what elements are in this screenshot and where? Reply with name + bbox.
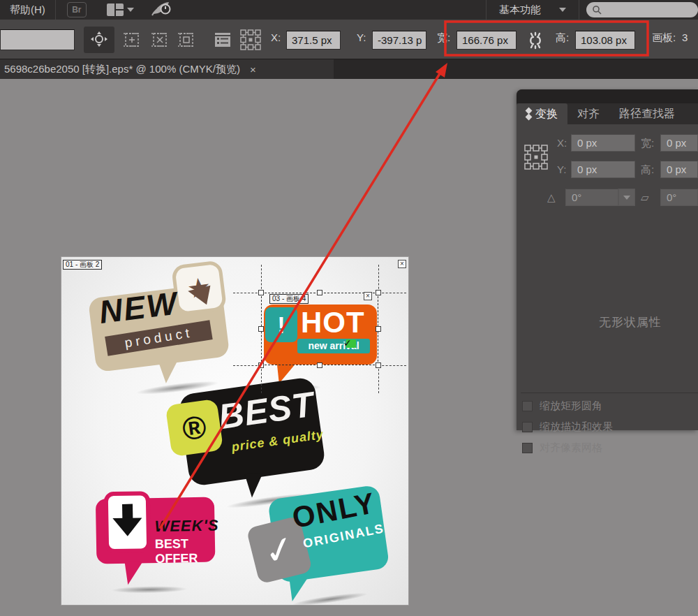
sticker-only-originals[interactable]: ✓ ONLY ORIGINALS (244, 471, 399, 610)
new-tail (158, 362, 177, 383)
tab-transform[interactable]: 变换 (517, 103, 567, 124)
selection-handle[interactable] (376, 326, 381, 332)
artboard-1-name-chip[interactable]: 01 - 画板 2 (63, 260, 102, 270)
sticker-weeks-best-offer[interactable]: WEEK'S BEST OFFER (96, 490, 221, 598)
checkbox-icon[interactable] (522, 422, 533, 432)
selection-mark (261, 365, 262, 393)
control-bar: X: 371.5 px Y: -397.13 p 宽: 166.76 px 高:… (0, 20, 698, 59)
menu-help[interactable]: 帮助(H) (0, 0, 55, 20)
move-icon (89, 30, 109, 50)
panel-height-field[interactable]: 0 px (660, 161, 698, 178)
height-label: 高: (556, 31, 569, 45)
down-arrow-icon (122, 504, 133, 520)
align-pixel-grid-label: 对齐像素网格 (540, 441, 602, 455)
panel-header-strip[interactable] (517, 89, 698, 103)
y-field[interactable]: -397.13 p (372, 31, 426, 50)
tab-align-label: 对齐 (577, 107, 600, 122)
arrange-documents-button[interactable] (106, 3, 134, 17)
best-registered-chip: ® (165, 399, 224, 457)
rotate-field[interactable]: 0° (565, 189, 618, 206)
panel-y-label: Y: (557, 163, 566, 175)
selection-handle[interactable] (376, 290, 381, 295)
constrain-proportions-toggle[interactable] (524, 29, 547, 52)
artboard-1-close-icon[interactable]: × (398, 260, 406, 268)
search-box[interactable] (586, 2, 698, 17)
height-field[interactable]: 103.08 px (575, 31, 635, 50)
tab-pathfinder-label: 路径查找器 (619, 107, 675, 122)
chevron-down-icon (127, 8, 134, 12)
checkbox-icon[interactable] (522, 443, 533, 453)
weeks-subtitle: BEST OFFER (155, 536, 220, 566)
collapse-diamond-icon (526, 108, 531, 119)
only-tail (288, 576, 309, 602)
weeks-shadow (111, 585, 188, 594)
artboard-list-button[interactable] (211, 29, 235, 51)
selection-handle[interactable] (317, 362, 322, 368)
selection-handle[interactable] (258, 326, 264, 332)
align-pixel-grid-option[interactable]: 对齐像素网格 (522, 441, 602, 455)
new-star-chip: ★ (171, 260, 227, 316)
selection-mark (378, 265, 379, 293)
gpu-performance-button[interactable] (151, 0, 172, 20)
reference-point-icon (239, 28, 262, 52)
width-label: 宽: (437, 31, 450, 45)
artboard-frame-icon (176, 29, 197, 50)
document-tab-bar: 5698c26be2050 [转换].eps* @ 100% (CMYK/预览)… (0, 59, 698, 79)
selection-handle[interactable] (258, 362, 264, 368)
panel-height-label: 高: (641, 163, 654, 177)
move-artboard-button[interactable] (84, 27, 114, 53)
width-field[interactable]: 166.76 px (456, 31, 517, 50)
weeks-tail (122, 561, 142, 586)
panel-tab-bar: 变换 对齐 路径查找器 (517, 103, 698, 124)
transform-panel: 变换 对齐 路径查找器 X: 0 px 宽: 0 px Y: 0 px (517, 89, 698, 430)
artboard-preset-field[interactable] (0, 29, 75, 50)
menu-separator (55, 0, 56, 20)
bridge-icon[interactable]: Br (67, 2, 87, 17)
selection-mark (261, 265, 262, 293)
panel-x-label: X: (557, 137, 567, 149)
selection-handle[interactable] (258, 290, 264, 295)
panel-x-field[interactable]: 0 px (571, 134, 635, 152)
scale-corners-option[interactable]: 缩放矩形圆角 (522, 399, 602, 413)
selection-mark (378, 365, 379, 393)
scale-strokes-label: 缩放描边和效果 (540, 420, 613, 434)
x-field[interactable]: 371.5 px (286, 31, 341, 50)
artboard-options-button[interactable] (174, 29, 198, 51)
selection-mark (233, 293, 261, 293)
down-arrow-icon (112, 518, 142, 536)
x-label: X: (271, 31, 281, 43)
reference-point-icon[interactable] (524, 144, 549, 175)
panel-width-field[interactable]: 0 px (660, 134, 698, 152)
artboard-count-value: 3 (682, 31, 688, 43)
panel-y-field[interactable]: 0 px (571, 161, 635, 178)
selection-handle[interactable] (376, 362, 381, 368)
search-input[interactable] (602, 5, 685, 15)
weeks-title: WEEK'S (154, 516, 218, 536)
chevron-down-icon (559, 8, 566, 12)
close-tab-icon[interactable]: × (250, 64, 256, 75)
artboard-4-close-icon[interactable]: × (364, 292, 372, 300)
shear-field[interactable]: 0° (660, 189, 698, 206)
scale-strokes-option[interactable]: 缩放描边和效果 (522, 420, 613, 434)
selection-handle[interactable] (317, 290, 322, 295)
search-icon (592, 5, 602, 15)
selection-mark (378, 365, 406, 366)
tab-align[interactable]: 对齐 (567, 103, 609, 124)
rotate-dropdown-button[interactable] (618, 189, 635, 206)
document-tab[interactable]: 5698c26be2050 [转换].eps* @ 100% (CMYK/预览)… (0, 59, 334, 79)
menu-separator (579, 0, 579, 20)
workspace-label: 基本功能 (499, 3, 541, 17)
artboard-landscape-button[interactable] (120, 29, 144, 51)
selection-mark (233, 365, 261, 366)
chevron-down-icon (623, 196, 630, 200)
artboard-4-name-chip[interactable]: 03 - 画板 4 (269, 294, 309, 304)
landscape-artboard-icon (121, 29, 142, 50)
panel-divider (521, 393, 698, 393)
tab-pathfinder[interactable]: 路径查找器 (609, 103, 685, 124)
artboard-count-label: 画板: (652, 31, 676, 45)
artboard-portrait-button[interactable] (148, 29, 172, 51)
reference-point-selector[interactable] (239, 29, 262, 51)
arrange-documents-icon (106, 3, 124, 17)
workspace-switcher[interactable]: 基本功能 (487, 3, 579, 17)
checkbox-icon[interactable] (522, 401, 533, 411)
